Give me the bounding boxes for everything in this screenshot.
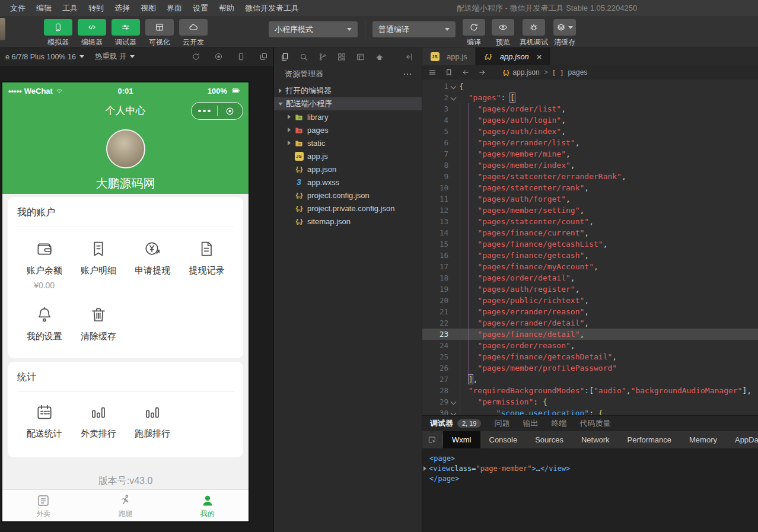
teapot-icon[interactable] [375, 52, 384, 62]
close-icon[interactable]: × [537, 52, 542, 62]
avatar[interactable] [106, 129, 145, 168]
code-line[interactable]: 9 "pages/statcenter/erranderRank", [422, 171, 758, 182]
phone-tab-item[interactable]: 外卖 [2, 490, 84, 521]
code-line[interactable]: 1{ [422, 81, 758, 92]
phone-tab-active[interactable]: 我的 [167, 490, 249, 521]
tree-item-open-editors[interactable]: 打开的编辑器 [274, 84, 422, 97]
code-line[interactable]: 30 "scope.userLocation": { [422, 407, 758, 415]
code-line[interactable]: 8 "pages/member/index", [422, 160, 758, 171]
code-line[interactable]: 6 "pages/errander/list", [422, 137, 758, 148]
toolbar-button[interactable]: 可视化 [145, 19, 174, 47]
menu-item[interactable]: 微信开发者工具 [240, 0, 304, 16]
code-line[interactable]: 4 "pages/auth/login", [422, 114, 758, 126]
code-line[interactable]: 19 "pages/auth/register", [422, 283, 758, 295]
menu-item[interactable]: 设置 [187, 0, 214, 16]
back-arrow-icon[interactable] [461, 68, 470, 77]
close-target-icon[interactable] [218, 106, 243, 116]
toolbar-action-button[interactable]: 预览 [491, 19, 515, 47]
editor-tab[interactable]: {..}app.json× [476, 47, 550, 65]
more-actions-icon[interactable] [404, 74, 412, 75]
code-line[interactable]: 18 "pages/order/detail", [422, 272, 758, 283]
wxml-node[interactable]: <view class="page-member">…</view> [422, 463, 758, 473]
devtools-tab[interactable]: AppData [726, 431, 758, 448]
tree-file[interactable]: {..}sitemap.json [274, 215, 422, 228]
breadcrumb-node[interactable]: pages [568, 68, 588, 77]
wxml-inspector[interactable]: <page><view class="page-member">…</view>… [422, 448, 758, 532]
menu-item[interactable]: 视图 [135, 0, 161, 16]
code-line[interactable]: 23 "pages/finance/detail", [422, 329, 758, 340]
code-line[interactable]: 3 "pages/order/list", [422, 103, 758, 114]
code-line[interactable]: 26 "pages/member/profilePassword" [422, 362, 758, 374]
mode-select[interactable]: 小程序模式 [269, 21, 358, 37]
tree-folder[interactable]: library [274, 110, 422, 123]
outline-icon[interactable] [428, 68, 437, 77]
menu-item[interactable]: 界面 [161, 0, 187, 16]
fold-chevron-icon[interactable] [448, 396, 459, 407]
code-line[interactable]: 17 "pages/finance/myAccount", [422, 261, 758, 272]
more-icon[interactable] [192, 110, 217, 113]
fold-chevron-icon[interactable] [448, 81, 459, 92]
toolbar-action-button[interactable]: 真机调试 [520, 19, 548, 47]
grid-item[interactable]: 账户明细 [71, 240, 125, 290]
code-editor[interactable]: 1{2 "pages": [3 "pages/order/list",4 "pa… [422, 79, 758, 415]
breadcrumb-file[interactable]: app.json [512, 68, 539, 77]
fold-chevron-icon[interactable] [448, 92, 459, 103]
code-line[interactable]: 28 "requiredBackgroundModes":["audio","b… [422, 385, 758, 396]
debugger-tab[interactable]: 调试器2, 19 [430, 418, 481, 429]
code-line[interactable]: 10 "pages/statcenter/rank", [422, 182, 758, 193]
devtools-tab[interactable]: Network [572, 431, 619, 448]
debugger-tab[interactable]: 问题 [494, 418, 509, 429]
grid-item[interactable]: 外卖排行 [71, 403, 125, 439]
devtools-tab[interactable]: Wxml [443, 431, 480, 448]
git-branch-icon[interactable] [318, 52, 327, 62]
code-line[interactable]: 2 "pages": [ [422, 92, 758, 103]
menu-item[interactable]: 编辑 [31, 0, 57, 16]
devtools-tab[interactable]: Sources [526, 431, 572, 448]
grid-item[interactable]: 账户余额¥0.00 [17, 240, 71, 290]
expand-arrow-icon[interactable] [423, 466, 426, 471]
code-line[interactable]: 25 "pages/finance/getcashDetail", [422, 351, 758, 362]
code-line[interactable]: 21 "pages/errander/reason", [422, 306, 758, 317]
code-line[interactable]: 20 "pages/public/richtext", [422, 295, 758, 306]
devtools-tab[interactable]: Performance [619, 431, 680, 448]
device-frame-icon[interactable] [237, 52, 246, 61]
code-line[interactable]: 13 "pages/statcenter/count", [422, 216, 758, 227]
devtools-tab[interactable]: Console [480, 431, 527, 448]
code-line[interactable]: 5 "pages/auth/index", [422, 126, 758, 137]
grid-item[interactable]: 提现记录 [180, 240, 234, 290]
grid-item[interactable]: 我的设置 [17, 305, 71, 342]
editor-tab[interactable]: JSapp.js [422, 47, 476, 65]
wxml-node[interactable]: </page> [422, 473, 758, 483]
debugger-tab[interactable]: 终端 [551, 418, 566, 429]
grid-item[interactable]: 申请提现 [126, 240, 180, 290]
code-line[interactable]: 24 "pages/order/reason", [422, 340, 758, 351]
layout-panes-icon[interactable] [356, 52, 365, 62]
extensions-icon[interactable] [337, 52, 346, 62]
detach-window-icon[interactable] [259, 52, 268, 61]
menu-item[interactable]: 文件 [5, 0, 31, 16]
refresh-icon[interactable] [192, 52, 200, 61]
tree-file[interactable]: {..}project.private.config.json [274, 202, 422, 215]
tree-file[interactable]: {..}project.config.json [274, 189, 422, 202]
grid-item[interactable]: 配送统计 [17, 403, 71, 439]
code-line[interactable]: 16 "pages/finance/getcash", [422, 250, 758, 261]
tree-file[interactable]: JSapp.js [274, 149, 422, 163]
code-line[interactable]: 12 "pages/member/setting", [422, 205, 758, 216]
compile-mode-select[interactable]: 普通编译 [372, 21, 456, 37]
fold-chevron-icon[interactable] [448, 407, 459, 415]
debugger-tab[interactable]: 代码质量 [579, 418, 610, 429]
menu-item[interactable]: 转到 [83, 0, 109, 16]
menu-item[interactable]: 选择 [109, 0, 135, 16]
toolbar-button[interactable]: 编辑器 [78, 19, 106, 47]
device-select[interactable]: e 6/7/8 Plus 100% 16 [0, 47, 90, 66]
inspect-element-icon[interactable] [422, 431, 442, 448]
code-line[interactable]: 29 "permission": { [422, 396, 758, 407]
code-line[interactable]: 7 "pages/member/mine", [422, 148, 758, 160]
phone-tab-item[interactable]: 跑腿 [84, 490, 166, 521]
files-icon[interactable] [280, 52, 289, 62]
toolbar-action-button[interactable]: 清缓存 [552, 19, 577, 47]
search-icon[interactable] [299, 52, 308, 62]
code-line[interactable]: 15 "pages/finance/getcashList", [422, 238, 758, 250]
toolbar-button[interactable]: 模拟器 [44, 19, 72, 47]
bookmark-icon[interactable] [445, 68, 453, 77]
